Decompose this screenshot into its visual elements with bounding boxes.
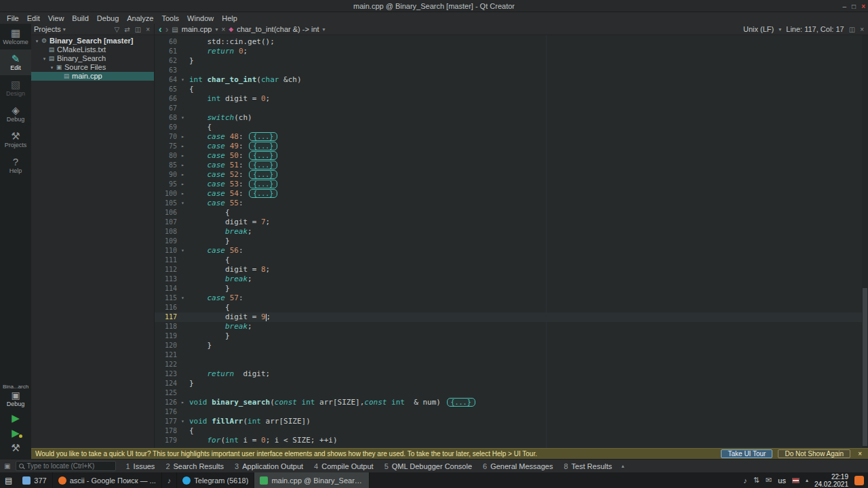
tray-expander-icon[interactable]: ▴ — [806, 477, 808, 483]
tree-item-main-cpp[interactable]: ▤main.cpp — [31, 72, 154, 81]
go-back-icon[interactable]: ‹ — [159, 24, 162, 34]
menu-help[interactable]: Help — [218, 14, 241, 23]
code-line-60[interactable]: 60 std::cin.get(); — [155, 37, 868, 47]
split-editor-icon[interactable]: ◫ — [849, 26, 855, 33]
locator-input[interactable] — [26, 462, 113, 470]
cursor-position-indicator[interactable]: Line: 117, Col: 17 — [786, 25, 844, 33]
chevron-down-icon[interactable]: ▾ — [778, 26, 781, 33]
task-item-firefox[interactable]: ascii - Google Поиск — ... — [53, 472, 162, 488]
folded-code-region[interactable]: {...} — [249, 189, 277, 198]
expander-icon[interactable]: ▾ — [34, 37, 40, 45]
current-symbol-dropdown[interactable]: char_to_int(char &) -> int — [237, 25, 319, 33]
task-item-telegram[interactable]: Telegram (5618) — [177, 472, 254, 488]
code-line-122[interactable]: 122 — [155, 360, 868, 369]
code-line-107[interactable]: 107 digit = 7; — [155, 218, 868, 227]
fold-marker-icon[interactable]: ▸ — [179, 142, 186, 151]
code-line-111[interactable]: 111 { — [155, 256, 868, 265]
code-line-100[interactable]: 100▸ case 54: {...} — [155, 189, 868, 199]
line-ending-select[interactable]: Unix (LF) — [743, 25, 774, 33]
projects-panel-title[interactable]: Projects — [34, 25, 61, 33]
fold-marker-icon[interactable]: ▾ — [179, 113, 186, 123]
code-line-67[interactable]: 67 — [155, 104, 868, 113]
code-line-95[interactable]: 95▸ case 53: {...} — [155, 180, 868, 189]
code-line-126[interactable]: 126▸void binary_search(const int arr[SIZ… — [155, 398, 868, 407]
expander-icon[interactable]: ▾ — [41, 54, 47, 63]
menu-build[interactable]: Build — [68, 14, 92, 23]
expander-icon[interactable]: ▾ — [49, 63, 55, 72]
panel-tab-test-results[interactable]: 8Test Results — [558, 462, 617, 470]
code-line-108[interactable]: 108 break; — [155, 227, 868, 237]
code-line-123[interactable]: 123 return digit; — [155, 369, 868, 379]
fold-marker-icon[interactable]: ▾ — [179, 293, 186, 303]
code-line-116[interactable]: 116 { — [155, 303, 868, 312]
code-line-66[interactable]: 66 int digit = 0; — [155, 94, 868, 104]
keyboard-layout-indicator[interactable]: us — [778, 476, 786, 485]
code-line-119[interactable]: 119 } — [155, 331, 868, 341]
fold-marker-icon[interactable]: ▸ — [179, 170, 186, 180]
folded-code-region[interactable]: {...} — [249, 132, 277, 141]
code-line-109[interactable]: 109 } — [155, 237, 868, 246]
run-button[interactable]: ▶ — [0, 411, 31, 425]
minimize-button[interactable]: – — [843, 3, 847, 10]
chevron-down-icon[interactable]: ▾ — [323, 26, 326, 33]
mode-tab-design[interactable]: ▧Design — [0, 75, 31, 101]
code-line-61[interactable]: 61 return 0; — [155, 47, 868, 56]
take-ui-tour-button[interactable]: Take UI Tour — [721, 449, 772, 458]
code-line-62[interactable]: 62} — [155, 56, 868, 66]
code-line-177[interactable]: 177▾void fillArr(int arr[SIZE]) — [155, 417, 868, 426]
task-item-system-monitor[interactable]: 377 — [17, 472, 52, 488]
fold-marker-icon[interactable]: ▸ — [179, 180, 186, 189]
menu-view[interactable]: View — [44, 14, 68, 23]
task-item-qtcreator[interactable]: main.cpp @ Binary_Search [...] — [254, 472, 370, 488]
clock[interactable]: 22:19 24.02.2021 — [814, 473, 848, 488]
network-icon[interactable]: ⇅ — [753, 476, 760, 485]
fold-marker-icon[interactable]: ▸ — [179, 189, 186, 199]
mode-tab-debug[interactable]: ◈Debug — [0, 101, 31, 127]
code-line-63[interactable]: 63 — [155, 66, 868, 75]
split-icon[interactable]: ◫ — [134, 26, 142, 33]
fold-marker-icon[interactable]: ▾ — [179, 246, 186, 256]
code-line-70[interactable]: 70▸ case 48: {...} — [155, 132, 868, 142]
close-split-icon[interactable]: × — [860, 26, 864, 33]
app-menu-icon[interactable]: ▤ — [0, 476, 17, 485]
fold-marker-icon[interactable]: ▾ — [179, 199, 186, 208]
folded-code-region[interactable]: {...} — [447, 398, 475, 407]
panel-chevron-icon[interactable]: ▴ — [622, 463, 625, 469]
fold-marker-icon[interactable]: ▾ — [179, 75, 186, 85]
folded-code-region[interactable]: {...} — [249, 151, 277, 160]
close-document-icon[interactable]: × — [221, 26, 225, 33]
folded-code-region[interactable]: {...} — [249, 170, 277, 179]
fold-marker-icon[interactable]: ▾ — [179, 417, 186, 426]
code-line-120[interactable]: 120 } — [155, 341, 868, 350]
panel-tab-issues[interactable]: 1Issues — [120, 462, 160, 470]
code-line-125[interactable]: 125 — [155, 388, 868, 398]
code-line-65[interactable]: 65{ — [155, 85, 868, 94]
code-line-179[interactable]: 179 for(int i = 0; i < SIZE; ++i) — [155, 436, 868, 445]
fold-marker-icon[interactable]: ▸ — [179, 132, 186, 142]
fold-marker-icon[interactable]: ▸ — [179, 151, 186, 161]
code-line-69[interactable]: 69 { — [155, 123, 868, 132]
code-editor[interactable]: 60 std::cin.get();61 return 0;62}6364▾in… — [155, 35, 868, 448]
code-line-64[interactable]: 64▾int char_to_int(char &ch) — [155, 75, 868, 85]
code-line-90[interactable]: 90▸ case 52: {...} — [155, 170, 868, 180]
editor-scrollbar[interactable] — [862, 35, 868, 448]
folded-code-region[interactable]: {...} — [249, 142, 277, 150]
chevron-down-icon[interactable]: ▾ — [63, 26, 66, 33]
build-button[interactable]: ⚒ — [0, 441, 31, 455]
tree-item-binary-search[interactable]: ▾▤Binary_Search — [31, 54, 154, 63]
filter-icon[interactable]: ▽ — [113, 26, 121, 33]
start-debugging-button[interactable]: ▶ — [0, 426, 31, 440]
code-line-113[interactable]: 113 break; — [155, 274, 868, 284]
volume-icon[interactable]: ♪ — [743, 476, 747, 485]
menu-tools[interactable]: Tools — [157, 14, 183, 23]
code-line-106[interactable]: 106 { — [155, 208, 868, 218]
menu-edit[interactable]: Edit — [23, 14, 44, 23]
code-line-178[interactable]: 178{ — [155, 426, 868, 436]
go-forward-icon[interactable]: › — [165, 24, 169, 34]
code-line-118[interactable]: 118 break; — [155, 322, 868, 331]
code-line-114[interactable]: 114 } — [155, 284, 868, 293]
tree-item-cmakelists-txt[interactable]: ▤CMakeLists.txt — [31, 45, 154, 54]
mode-tab-edit[interactable]: ✎Edit — [0, 49, 31, 75]
folded-code-region[interactable]: {...} — [249, 180, 277, 188]
panel-tab-general-messages[interactable]: 6General Messages — [477, 462, 558, 470]
